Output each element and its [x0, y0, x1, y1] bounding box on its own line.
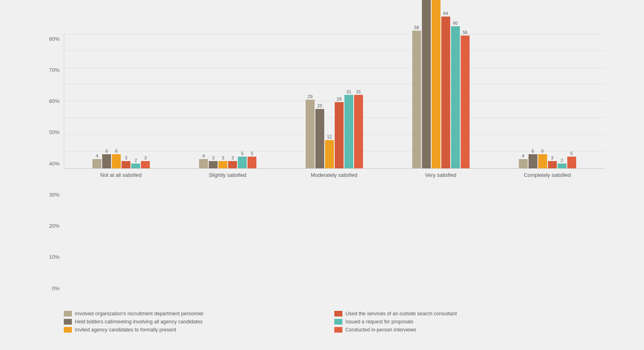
bar-value-label: 3 — [144, 155, 147, 160]
bar-value-label: 5 — [251, 151, 253, 156]
legend: Involved organization's recruitment depa… — [40, 311, 605, 333]
bar-wrap: 58 — [412, 25, 421, 168]
bar-value-label: 29 — [308, 94, 313, 99]
bar-wrap: 5 — [248, 151, 256, 168]
x-axis-label: Slightly satisfied — [174, 169, 281, 304]
bar-value-label: 5 — [571, 151, 573, 156]
bar-wrap: 3 — [218, 155, 227, 168]
chart-container: 80%70%60%50%40%30%20%10%0% 4663234333552… — [23, 10, 621, 341]
bar-wrap: 25 — [315, 103, 324, 168]
legend-label: Invited agency candidates to formally pr… — [75, 327, 176, 333]
legend-label: Held bidders call/meeting involving all … — [75, 319, 203, 325]
bar-value-label: 3 — [212, 155, 214, 160]
bar — [461, 36, 470, 168]
legend-item: Conducted in-person interviews — [334, 327, 605, 333]
bar — [567, 157, 576, 168]
bar-value-label: 2 — [561, 158, 563, 163]
bar-value-label: 4 — [202, 153, 205, 158]
bar-value-label: 3 — [551, 155, 554, 160]
bar — [412, 31, 421, 168]
bar — [325, 140, 334, 169]
bar-wrap: 6 — [538, 149, 547, 168]
bar — [248, 157, 256, 168]
bar-wrap: 3 — [548, 155, 557, 168]
bar-wrap: 3 — [209, 155, 218, 168]
bar-wrap: 2 — [558, 158, 566, 168]
bar-group: 292512283131 — [281, 89, 388, 168]
legend-item: Invited agency candidates to formally pr… — [64, 327, 334, 333]
bar — [354, 95, 363, 168]
bar — [558, 163, 566, 168]
bar-value-label: 3 — [125, 155, 127, 160]
bar-wrap: 4 — [519, 153, 528, 169]
bar-group: 466325 — [494, 149, 601, 168]
y-axis-label: 20% — [49, 223, 59, 229]
bar-wrap: 4 — [92, 153, 101, 169]
bar-value-label: 6 — [541, 149, 544, 153]
bar — [451, 26, 460, 169]
bar — [441, 17, 450, 168]
bar — [548, 161, 557, 168]
bar — [199, 159, 208, 169]
legend-color-swatch — [334, 319, 342, 325]
bar-wrap: 4 — [199, 153, 208, 169]
bar-value-label: 2 — [134, 158, 137, 163]
bar-wrap: 3 — [141, 155, 150, 168]
bar-wrap: 5 — [238, 151, 247, 168]
chart-body: 4663234333552925122831315875766460564663… — [64, 34, 605, 304]
bar — [218, 161, 227, 168]
legend-color-swatch — [64, 319, 72, 325]
bar-value-label: 25 — [317, 103, 322, 108]
bar-value-label: 12 — [327, 134, 332, 139]
bar-wrap: 6 — [102, 149, 111, 168]
bar-wrap: 60 — [451, 21, 460, 169]
bar-value-label: 58 — [414, 25, 419, 30]
bar — [432, 0, 441, 168]
x-axis-label: Very satisfied — [388, 169, 494, 304]
bar-wrap: 6 — [112, 149, 121, 168]
legend-item: Issued a request for proposals — [334, 319, 605, 325]
y-axis-label: 10% — [49, 254, 59, 260]
legend-color-swatch — [334, 327, 342, 333]
bar-value-label: 60 — [453, 21, 458, 25]
bar-value-label: 64 — [443, 11, 448, 16]
legend-label: Used the services of an outside search c… — [346, 311, 457, 316]
bar — [209, 161, 218, 168]
bar-wrap: 6 — [529, 149, 537, 168]
bar-wrap: 5 — [567, 151, 576, 168]
bar — [315, 109, 324, 168]
bar-wrap: 2 — [131, 158, 140, 168]
bar-value-label: 6 — [105, 149, 108, 153]
bar-wrap: 75 — [422, 0, 431, 168]
bar — [538, 154, 547, 168]
y-axis-label: 50% — [49, 129, 59, 135]
legend-item: Involved organization's recruitment depa… — [64, 311, 334, 316]
bar-wrap: 31 — [354, 89, 363, 168]
bar — [238, 157, 247, 168]
x-axis-label: Completely satisfied — [494, 169, 601, 304]
x-axis-label: Moderately satisfied — [281, 169, 388, 304]
bar-value-label: 4 — [522, 153, 524, 158]
bar-value-label: 5 — [241, 151, 243, 156]
bar-wrap: 29 — [306, 94, 315, 168]
bar-value-label: 3 — [222, 155, 224, 160]
legend-color-swatch — [334, 311, 342, 316]
bar-value-label: 56 — [463, 30, 468, 35]
bar-value-label: 3 — [231, 155, 234, 160]
bar — [131, 163, 140, 168]
bar-value-label: 31 — [356, 89, 361, 94]
bar-value-label: 4 — [96, 153, 98, 158]
legend-item: Held bidders call/meeting involving all … — [64, 319, 334, 325]
legend-color-swatch — [64, 311, 72, 316]
bar-wrap: 28 — [335, 96, 344, 169]
y-axis-label: 60% — [49, 98, 59, 104]
bar-wrap: 31 — [344, 89, 353, 168]
bar — [92, 159, 101, 169]
bar-wrap: 3 — [228, 155, 237, 168]
bar — [228, 161, 237, 168]
bar — [529, 154, 537, 168]
bar-value-label: 31 — [346, 89, 351, 94]
bar-value-label: 6 — [532, 149, 534, 153]
bar — [141, 161, 150, 168]
bar-value-label: 6 — [115, 149, 117, 153]
